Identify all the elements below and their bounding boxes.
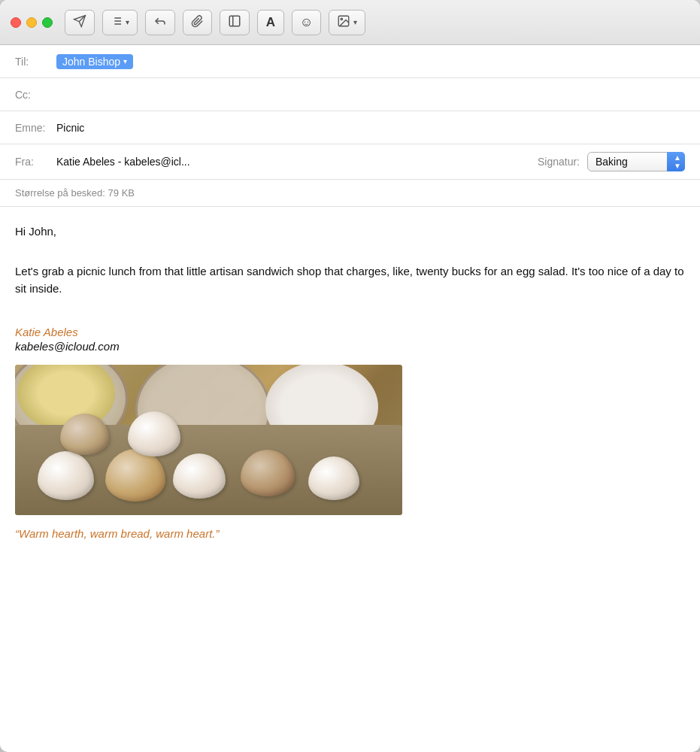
- reply-button[interactable]: [145, 10, 175, 35]
- email-signature-block: Katie Abeles kabeles@icloud.com: [15, 326, 685, 353]
- email-body[interactable]: Hi John, Let's grab a picnic lunch from …: [0, 207, 700, 752]
- sig-quote: “Warm hearth, warm bread, warm heart.”: [15, 527, 685, 540]
- from-label: Fra:: [15, 156, 56, 168]
- size-row: Størrelse på besked: 79 KB: [0, 180, 700, 207]
- send-icon: [73, 14, 86, 30]
- from-value: Katie Abeles - kabeles@icl...: [56, 156, 538, 168]
- send-button[interactable]: [65, 10, 95, 35]
- reply-icon: [153, 14, 167, 30]
- attach-button[interactable]: [183, 10, 212, 35]
- to-recipients: John Bishop ▾: [56, 54, 133, 69]
- email-greeting: Hi John,: [15, 225, 685, 238]
- to-field-row: Til: John Bishop ▾: [0, 45, 700, 78]
- photo-chevron-icon: ▾: [353, 18, 357, 26]
- subject-label: Emne:: [15, 122, 56, 134]
- from-section: Fra: Katie Abeles - kabeles@icl...: [15, 156, 538, 168]
- signature-select[interactable]: Baking None Professional: [587, 152, 685, 171]
- egg-carton: [15, 425, 402, 515]
- from-field-row: Fra: Katie Abeles - kabeles@icl... Signa…: [0, 144, 700, 180]
- egg-4: [241, 450, 295, 496]
- clip2-icon: [228, 14, 241, 30]
- photo-button[interactable]: ▾: [329, 10, 365, 35]
- font-icon: A: [266, 15, 275, 30]
- attach2-button[interactable]: [220, 10, 250, 35]
- emoji-icon: ☺: [300, 15, 313, 30]
- compose-window: ▾: [0, 0, 700, 752]
- size-label: Størrelse på besked: 79 KB: [15, 187, 135, 199]
- signature-label: Signatur:: [538, 156, 580, 168]
- list-icon: [111, 15, 123, 29]
- cc-field-row: Cc:: [0, 78, 700, 111]
- recipient-chevron-icon: ▾: [123, 57, 127, 65]
- subject-value[interactable]: Picnic: [56, 122, 685, 134]
- cc-label: Cc:: [15, 89, 56, 101]
- photo-icon: [337, 14, 350, 30]
- egg-1: [38, 451, 94, 500]
- cc-input[interactable]: [56, 89, 685, 101]
- chevron-down-icon: ▾: [126, 18, 129, 26]
- close-button[interactable]: [11, 17, 21, 28]
- egg-2: [105, 449, 165, 502]
- list-button[interactable]: ▾: [102, 10, 138, 35]
- svg-point-10: [341, 18, 343, 20]
- svg-rect-8: [229, 16, 240, 26]
- minimize-button[interactable]: [26, 17, 37, 28]
- signature-section: Signatur: Baking None Professional ▲▼: [538, 152, 685, 171]
- sig-email: kabeles@icloud.com: [15, 340, 685, 353]
- signature-select-wrapper: Baking None Professional ▲▼: [587, 152, 685, 171]
- egg-5: [308, 456, 359, 500]
- maximize-button[interactable]: [42, 17, 53, 28]
- paperclip-icon: [191, 15, 204, 30]
- font-button[interactable]: A: [257, 10, 284, 35]
- traffic-lights: [11, 17, 53, 28]
- subject-field-row: Emne: Picnic: [0, 111, 700, 144]
- email-body-text: Let's grab a picnic lunch from that litt…: [15, 263, 685, 297]
- egg-3: [173, 453, 226, 499]
- egg-scene: [15, 365, 402, 515]
- to-label: Til:: [15, 56, 56, 68]
- emoji-button[interactable]: ☺: [292, 10, 321, 35]
- compose-area: Til: John Bishop ▾ Cc: Emne: Picnic Fra:…: [0, 45, 700, 752]
- toolbar: ▾: [0, 0, 700, 45]
- recipient-john-bishop[interactable]: John Bishop ▾: [56, 54, 133, 69]
- signature-image: [15, 365, 402, 515]
- sig-name: Katie Abeles: [15, 326, 685, 338]
- recipient-name: John Bishop: [62, 56, 120, 68]
